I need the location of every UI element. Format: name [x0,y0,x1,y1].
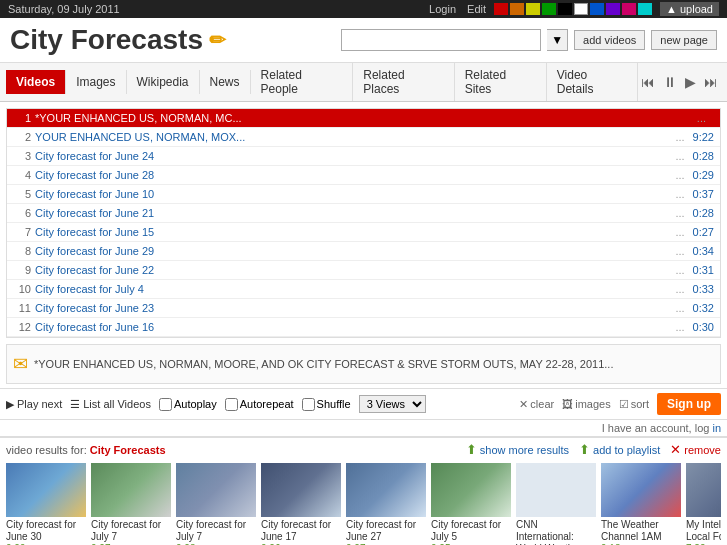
edit-link[interactable]: Edit [467,3,486,15]
swatch-black[interactable] [558,3,572,15]
list-all-button[interactable]: ☰ List all Videos [70,398,151,411]
autoplay-input[interactable] [159,398,172,411]
tab-wikipedia[interactable]: Wikipedia [127,70,200,94]
title-text: City Forecasts [10,24,203,56]
swatch-white[interactable] [574,3,588,15]
thumbnail-visual [431,463,511,517]
swatch-red[interactable] [494,3,508,15]
playlist-item-duration: 0:28 [693,207,714,219]
nav-next-icon[interactable]: ▶ [682,72,699,92]
swatch-teal[interactable] [638,3,652,15]
playlist-item-dots: ... [675,302,684,314]
thumbnail-item[interactable]: City forecast for July 5 0:25 [431,463,511,545]
playlist-item[interactable]: 11 City forecast for June 23 ... 0:32 [7,299,720,318]
add-videos-button[interactable]: add videos [574,30,645,50]
swatch-orange[interactable] [510,3,524,15]
playlist-item-duration: 0:29 [693,169,714,181]
playlist-item[interactable]: 2 YOUR ENHANCED US, NORMAN, MOX... ... 9… [7,128,720,147]
tab-related-sites[interactable]: Related Sites [455,63,547,101]
thumbnail-item[interactable]: City forecast for June 17 0:26 [261,463,341,545]
playlist-item-duration: 0:28 [693,150,714,162]
swatch-blue[interactable] [590,3,604,15]
playlist-item-dots: ... [675,169,684,181]
search-input[interactable] [341,29,541,51]
playlist-item-dots: ... [675,207,684,219]
playlist-item[interactable]: 3 City forecast for June 24 ... 0:28 [7,147,720,166]
swatch-purple[interactable] [606,3,620,15]
autorepeat-input[interactable] [225,398,238,411]
playlist-item-title: City forecast for June 16 [35,321,667,333]
tab-related-places[interactable]: Related Places [353,63,454,101]
playlist-item-num: 8 [13,245,31,257]
playlist-item-num: 5 [13,188,31,200]
remove-button[interactable]: ✕ remove [670,442,721,457]
thumbnail-image [91,463,171,517]
playlist-item-title: City forecast for June 28 [35,169,667,181]
playlist-item-title: City forecast for June 15 [35,226,667,238]
thumbnail-item[interactable]: CNN International: World Weath... 2:24 [516,463,596,545]
playlist-item[interactable]: 4 City forecast for June 28 ... 0:29 [7,166,720,185]
add-to-playlist-button[interactable]: ⬆ add to playlist [579,442,660,457]
playlist-item[interactable]: 6 City forecast for June 21 ... 0:28 [7,204,720,223]
nav-next-next-icon[interactable]: ⏭ [701,72,721,92]
upload-button[interactable]: ▲ upload [660,2,719,16]
tab-news[interactable]: News [200,70,251,94]
tab-videos[interactable]: Videos [6,70,66,94]
description-text: *YOUR ENHANCED US, NORMAN, MOORE, AND OK… [34,358,714,370]
playlist-item[interactable]: 1 *YOUR ENHANCED US, NORMAN, MC... ... [7,109,720,128]
login-link[interactable]: Login [429,3,456,15]
play-next-button[interactable]: ▶ Play next [6,398,62,411]
nav-pause-icon[interactable]: ⏸ [660,72,680,92]
login-account-link[interactable]: in [712,422,721,434]
thumbnail-item[interactable]: My IntelliSTAR Local Forecasts 7:32 [686,463,721,545]
autorepeat-checkbox[interactable]: Autorepeat [225,398,294,411]
shuffle-checkbox[interactable]: Shuffle [302,398,351,411]
clear-button[interactable]: ✕ clear [519,398,554,411]
playlist-item[interactable]: 5 City forecast for June 10 ... 0:37 [7,185,720,204]
autoplay-checkbox[interactable]: Autoplay [159,398,217,411]
show-more-button[interactable]: ⬆ show more results [466,442,569,457]
controls-right: ✕ clear 🖼 images ☑ sort Sign up [519,393,721,415]
thumbnail-item[interactable]: City forecast for June 27 0:27 [346,463,426,545]
swatch-yellow[interactable] [526,3,540,15]
playlist-item-title: City forecast for July 4 [35,283,667,295]
search-dropdown-icon[interactable]: ▼ [547,29,568,51]
tab-video-details[interactable]: Video Details [547,63,638,101]
thumbnail-item[interactable]: City forecast for July 7 0:28 [176,463,256,545]
sort-button[interactable]: ☑ sort [619,398,649,411]
views-select[interactable]: 3 Views 1 View 2 Views 4 Views [359,395,426,413]
playlist-item-num: 2 [13,131,31,143]
upload-label: upload [680,3,713,15]
thumbnail-item[interactable]: The Weather Channel 1AM 9:18 [601,463,681,545]
playlist-item[interactable]: 12 City forecast for June 16 ... 0:30 [7,318,720,337]
nav-prev-prev-icon[interactable]: ⏮ [638,72,658,92]
thumbnail-item[interactable]: City forecast for June 30 0:29 [6,463,86,545]
swatch-pink[interactable] [622,3,636,15]
new-page-button[interactable]: new page [651,30,717,50]
thumbnail-item[interactable]: City forecast for July 7 0:27 [91,463,171,545]
playlist-item-num: 6 [13,207,31,219]
playlist-item-num: 3 [13,150,31,162]
vr-header: video results for: City Forecasts ⬆ show… [6,442,721,457]
signup-button[interactable]: Sign up [657,393,721,415]
playlist-item-dots: ... [675,150,684,162]
playlist-item[interactable]: 8 City forecast for June 29 ... 0:34 [7,242,720,261]
tab-images[interactable]: Images [66,70,126,94]
edit-pencil-icon[interactable]: ✏ [209,28,226,52]
thumbnail-image [6,463,86,517]
playlist-item[interactable]: 9 City forecast for June 22 ... 0:31 [7,261,720,280]
playlist-item[interactable]: 10 City forecast for July 4 ... 0:33 [7,280,720,299]
playlist-item-num: 12 [13,321,31,333]
playlist-item-num: 9 [13,264,31,276]
playlist-item-duration: 9:22 [693,131,714,143]
playlist-item[interactable]: 13 City forecast for July 1 ... 0:28 [7,337,720,338]
swatch-green[interactable] [542,3,556,15]
playlist-item-dots: ... [675,188,684,200]
playlist-item[interactable]: 7 City forecast for June 15 ... 0:27 [7,223,720,242]
images-button[interactable]: 🖼 images [562,398,610,410]
playlist-item-title: City forecast for June 23 [35,302,667,314]
playlist-item-dots: ... [675,283,684,295]
shuffle-input[interactable] [302,398,315,411]
tab-related-people[interactable]: Related People [251,63,354,101]
vr-query: City Forecasts [90,444,166,456]
